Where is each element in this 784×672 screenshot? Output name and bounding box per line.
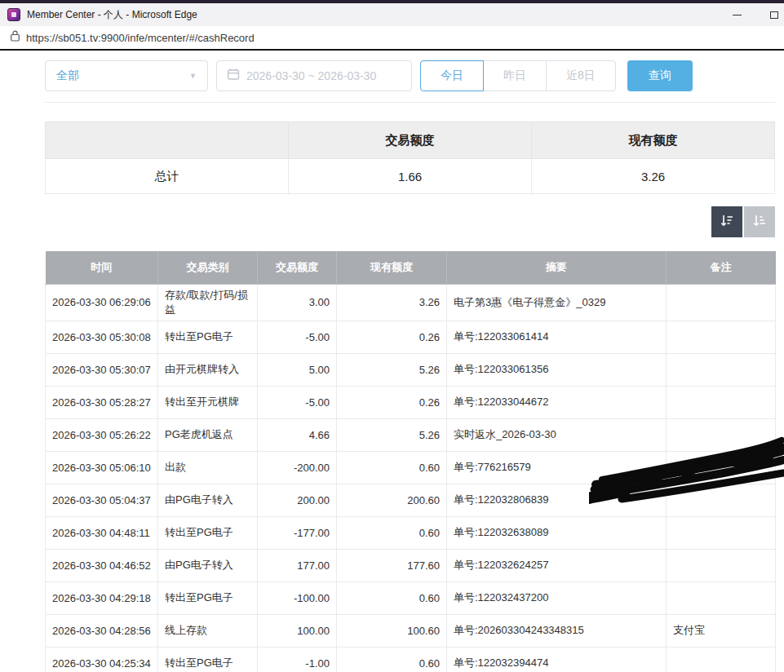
cell-time: 2026-03-30 04:46:52: [46, 549, 158, 581]
browser-window: Member Center - 个人 - Microsoft Edge http…: [0, 0, 784, 672]
cell-summary: 单号:776216579: [447, 451, 667, 484]
cell-summary: 单号:122033044672: [447, 386, 667, 418]
cell-amount: -5.00: [258, 321, 337, 353]
cell-balance: 0.60: [337, 451, 447, 484]
cell-type: 线上存款: [158, 614, 258, 647]
cell-balance: 0.60: [337, 647, 447, 672]
cell-amount: 100.00: [258, 614, 337, 647]
table-row: 2026-03-30 05:06:10 出款 -200.00 0.60 单号:7…: [46, 451, 776, 484]
date-range-input[interactable]: 2026-03-30 ~ 2026-03-30: [216, 60, 412, 91]
url-text[interactable]: https://sb051.tv:9900/infe/mcenter/#/cas…: [26, 32, 255, 44]
cell-balance: 177.60: [337, 549, 447, 581]
cell-note: [667, 284, 776, 321]
calendar-icon: [227, 68, 240, 84]
cell-note: [667, 451, 776, 484]
cell-type: 转出至PG电子: [158, 581, 258, 614]
cell-summary: 单号:122032624257: [447, 549, 667, 581]
table-row: 2026-03-30 05:04:37 由PG电子转入 200.00 200.6…: [46, 484, 776, 516]
site-info-lock-icon[interactable]: [11, 30, 20, 45]
sort-amount-desc-icon: [719, 213, 735, 232]
yesterday-button[interactable]: 昨日: [483, 60, 547, 91]
cell-amount: -5.00: [258, 386, 337, 418]
header-type: 交易类别: [158, 251, 258, 284]
cell-balance: 0.60: [337, 581, 447, 614]
cell-note: [667, 353, 776, 386]
cell-note: [667, 516, 776, 549]
address-bar[interactable]: https://sb051.tv:9900/infe/mcenter/#/cas…: [0, 26, 784, 49]
category-select[interactable]: 全部 ▼: [45, 60, 208, 91]
cell-time: 2026-03-30 04:29:18: [46, 581, 158, 614]
summary-header-balance: 现有额度: [532, 122, 775, 159]
cell-time: 2026-03-30 04:48:11: [46, 516, 158, 549]
cell-type: PG老虎机返点: [158, 418, 258, 451]
cell-type: 转出至开元棋牌: [158, 386, 258, 418]
cell-type: 存款/取款/打码/损益: [158, 284, 258, 321]
maximize-icon: [770, 11, 778, 19]
sort-desc-button[interactable]: [711, 206, 742, 237]
cell-summary: 单号:122032394474: [447, 647, 667, 672]
summary-total-row: 总计 1.66 3.26: [46, 159, 775, 194]
cell-amount: -200.00: [258, 451, 337, 484]
header-time: 时间: [46, 251, 158, 284]
cell-note: [667, 321, 776, 353]
cell-summary: 单号:122033061414: [447, 321, 667, 353]
table-row: 2026-03-30 05:28:27 转出至开元棋牌 -5.00 0.26 单…: [46, 386, 776, 418]
summary-header-row: 交易额度 现有额度: [46, 122, 775, 159]
cell-amount: 177.00: [258, 549, 337, 581]
cell-summary: 单号:122032638089: [447, 516, 667, 549]
cell-summary: 单号:122033061356: [447, 353, 667, 386]
table-row: 2026-03-30 06:29:06 存款/取款/打码/损益 3.00 3.2…: [46, 284, 776, 321]
sort-amount-asc-icon: [751, 213, 768, 232]
section-divider: [45, 102, 775, 103]
cell-note: [667, 549, 776, 581]
cell-balance: 0.26: [337, 321, 447, 353]
table-row: 2026-03-30 04:46:52 由PG电子转入 177.00 177.6…: [46, 549, 776, 581]
cell-amount: -177.00: [258, 516, 337, 549]
cell-time: 2026-03-30 06:29:06: [46, 284, 158, 321]
cell-type: 转出至PG电子: [158, 647, 258, 672]
quick-range-group: 今日 昨日 近8日: [420, 60, 616, 91]
query-button[interactable]: 查询: [627, 60, 693, 91]
summary-table: 交易额度 现有额度 总计 1.66 3.26: [45, 122, 775, 194]
cell-note: [667, 418, 776, 451]
today-button[interactable]: 今日: [420, 60, 484, 91]
table-row: 2026-03-30 04:48:11 转出至PG电子 -177.00 0.60…: [46, 516, 776, 549]
cell-time: 2026-03-30 05:28:27: [46, 386, 158, 418]
summary-header-transaction: 交易额度: [289, 122, 532, 159]
summary-balance-total: 3.26: [532, 159, 775, 194]
cell-note: [667, 484, 776, 516]
window-controls: [719, 3, 784, 26]
filter-bar: 全部 ▼ 2026-03-30 ~ 2026-03-30 今日 昨日 近8日 查…: [45, 60, 775, 91]
cell-time: 2026-03-30 05:30:07: [46, 353, 158, 386]
title-bar[interactable]: Member Center - 个人 - Microsoft Edge: [0, 3, 784, 26]
cell-summary: 实时返水_2026-03-30: [447, 418, 667, 451]
cell-amount: 4.66: [258, 418, 337, 451]
cell-note: [667, 647, 776, 672]
cell-amount: 3.00: [258, 284, 337, 321]
cell-type: 出款: [158, 451, 258, 484]
cell-type: 转出至PG电子: [158, 321, 258, 353]
cell-balance: 5.26: [337, 418, 447, 451]
summary-total-label: 总计: [46, 159, 289, 194]
cell-summary: 单号:202603304243348315: [447, 614, 667, 647]
cell-note: [667, 581, 776, 614]
cell-balance: 0.60: [337, 516, 447, 549]
sort-asc-button[interactable]: [744, 206, 775, 237]
header-note: 备注: [667, 251, 776, 284]
cell-time: 2026-03-30 04:28:56: [46, 614, 158, 647]
cell-amount: -100.00: [258, 581, 337, 614]
last8days-button[interactable]: 近8日: [546, 60, 616, 91]
date-range-value: 2026-03-30 ~ 2026-03-30: [246, 69, 376, 82]
table-row: 2026-03-30 04:29:18 转出至PG电子 -100.00 0.60…: [46, 581, 776, 614]
cell-balance: 200.60: [337, 484, 447, 516]
cell-summary: 单号:122032806839: [447, 484, 667, 516]
records-header-row: 时间 交易类别 交易额度 现有额度 摘要 备注: [46, 251, 776, 284]
cell-type: 由开元棋牌转入: [158, 353, 258, 386]
maximize-button[interactable]: [755, 3, 784, 26]
cell-amount: -1.00: [258, 647, 337, 672]
table-row: 2026-03-30 05:30:07 由开元棋牌转入 5.00 5.26 单号…: [46, 353, 776, 386]
cell-balance: 100.60: [337, 614, 447, 647]
app-icon: [7, 8, 20, 21]
minimize-button[interactable]: [719, 3, 755, 26]
records-table: 时间 交易类别 交易额度 现有额度 摘要 备注 2026-03-30 06:29…: [45, 251, 776, 672]
